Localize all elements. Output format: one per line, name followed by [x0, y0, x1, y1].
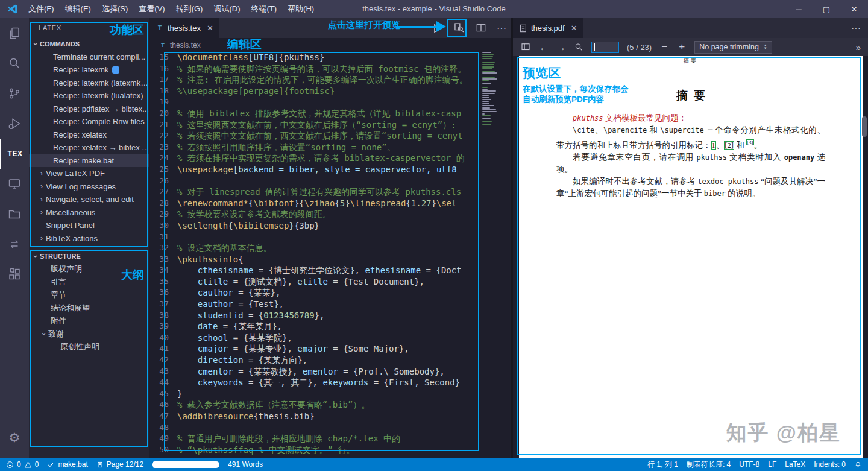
- code-line[interactable]: 39 date = {某年某月},: [149, 321, 480, 332]
- indents[interactable]: Indents: 0: [814, 460, 846, 469]
- sidebar-item[interactable]: 引言: [29, 276, 149, 289]
- encoding[interactable]: UTF-8: [739, 460, 760, 469]
- sidebar-item[interactable]: 版权声明: [29, 263, 149, 276]
- tab-close-icon[interactable]: ✕: [571, 24, 577, 33]
- code-editor[interactable]: 15\documentclass[UTF8]{pkuthss}16% 如果的确需…: [149, 52, 480, 458]
- code-line[interactable]: 20% 使用 biblatex 排版参考文献，并规定其格式（详见 biblate…: [149, 108, 480, 119]
- sidebar-item[interactable]: ›Miscellaneous: [29, 206, 149, 220]
- menu-item[interactable]: 帮助(H): [282, 0, 319, 18]
- remote-explorer-icon[interactable]: [0, 169, 29, 199]
- code-line[interactable]: 30\setlength{\bibitemsep}{3bp}: [149, 220, 480, 232]
- notifications-bell-icon[interactable]: [854, 461, 862, 469]
- menu-item[interactable]: 调试(D): [208, 0, 245, 18]
- sidebar-item[interactable]: Snippet Panel: [29, 219, 149, 232]
- code-line[interactable]: 29% 按学校要求设定参考文献表的段间距。: [149, 209, 480, 220]
- code-line[interactable]: 47\addbibresource{thesis.bib}: [149, 411, 480, 422]
- sidebar-item[interactable]: Recipe: latexmk: [29, 63, 149, 77]
- pdf-viewport[interactable]: 摘要 摘要 pkuthss 文档模板最常见问题：\cite、\parencite…: [513, 56, 868, 458]
- code-line[interactable]: 37 eauthor = {Test},: [149, 299, 480, 310]
- code-line[interactable]: 40 school = {某某学院},: [149, 332, 480, 344]
- latex-workshop-icon[interactable]: TEX: [0, 139, 29, 169]
- sidebar-item[interactable]: Recipe: make.bat: [29, 154, 149, 168]
- more-actions-icon[interactable]: ···: [497, 23, 506, 34]
- sync-arrows-icon[interactable]: [0, 229, 29, 259]
- page-indicator[interactable]: Page 12/12: [96, 460, 143, 469]
- code-line[interactable]: 41 cmajor = {某某专业}, emajor = {Some Major…: [149, 343, 480, 355]
- menu-item[interactable]: 转到(G): [171, 0, 209, 18]
- preview-scrollbar[interactable]: [862, 116, 867, 137]
- code-line[interactable]: 35 ctitle = {测试文档}, etitle = {Test Docum…: [149, 276, 480, 288]
- code-line[interactable]: 22% 若须按照中文文献在前，西文文献在后排序，请设置“sorting = ce…: [149, 130, 480, 142]
- section-commands[interactable]: ›COMMANDS: [29, 37, 149, 51]
- code-line[interactable]: 15\documentclass[UTF8]{pkuthss}: [149, 52, 480, 63]
- code-line[interactable]: 27% 对于 linespread 值的计算过程有兴趣的同学可以参考 pkuth…: [149, 186, 480, 198]
- breadcrumb[interactable]: T thesis.tex: [149, 38, 511, 52]
- sidebar-item[interactable]: Recipe: latexmk (latexmkrc): [29, 77, 149, 90]
- minimap[interactable]: [482, 52, 504, 453]
- menu-item[interactable]: 终端(T): [245, 0, 282, 18]
- sidebar-item[interactable]: ›View Log messages: [29, 180, 149, 194]
- code-line[interactable]: 25\usepackage[backend = biber, style = c…: [149, 164, 480, 175]
- sidebar-item[interactable]: Recipe: Compile Rnw files: [29, 115, 149, 128]
- problems-indicator[interactable]: 0 0: [6, 460, 39, 469]
- code-line[interactable]: 43 cmentor = {某某教授}, ementor = {Prof.\ S…: [149, 366, 480, 378]
- sidebar-item[interactable]: Terminate current compil...: [29, 51, 149, 64]
- tab-size[interactable]: 制表符长度: 4: [687, 460, 731, 470]
- maximize-button[interactable]: ▢: [813, 0, 840, 18]
- sidebar-item[interactable]: Recipe: latexmk (lualatex): [29, 89, 149, 103]
- code-line[interactable]: 23% 若须按照引用顺序排序，请设置“sorting = none”。: [149, 142, 480, 153]
- run-build-icon[interactable]: [431, 22, 443, 34]
- minimize-button[interactable]: ─: [785, 0, 813, 18]
- menu-item[interactable]: 选择(S): [96, 0, 133, 18]
- code-line[interactable]: 49% 普通用户可删除此段，并相应地删除 chap/*.tex 中的: [149, 433, 480, 444]
- run-and-debug-icon[interactable]: [0, 109, 29, 139]
- sidebar-item[interactable]: ›BibTeX actions: [29, 232, 149, 245]
- zoom-in-icon[interactable]: +: [677, 41, 687, 53]
- eol[interactable]: LF: [768, 460, 776, 469]
- forward-icon[interactable]: →: [556, 42, 566, 52]
- double-chevron-right-icon[interactable]: »: [856, 42, 861, 52]
- code-line[interactable]: 36 cauthor = {某某},: [149, 287, 480, 299]
- code-line[interactable]: 50% “\pkuthssffaq % 中文测试文字。” 行。: [149, 444, 480, 456]
- tab-close-icon[interactable]: ✕: [207, 24, 213, 33]
- code-line[interactable]: 42 direction = {某某方向},: [149, 355, 480, 366]
- extensions-icon[interactable]: [0, 259, 29, 289]
- split-editor-icon[interactable]: [475, 22, 487, 34]
- build-status[interactable]: make.bat: [47, 460, 87, 469]
- language-mode[interactable]: LaTeX: [785, 460, 805, 469]
- settings-gear-icon[interactable]: ⚙: [0, 423, 29, 453]
- code-line[interactable]: 26: [149, 175, 480, 187]
- word-count[interactable]: 491 Words: [228, 460, 263, 469]
- zoom-out-icon[interactable]: −: [659, 41, 669, 53]
- sidebar-item[interactable]: ›致谢: [29, 327, 149, 341]
- breadcrumb-item[interactable]: thesis.tex: [170, 41, 201, 49]
- code-line[interactable]: 18%\usepackage[perpage]{footmisc}: [149, 86, 480, 97]
- explorer-icon[interactable]: [0, 18, 29, 48]
- code-line[interactable]: 46% 载入参考文献数据库（注意不要省略“.bib”）。: [149, 399, 480, 411]
- code-line[interactable]: 45}: [149, 388, 480, 400]
- sidebar-item[interactable]: Recipe: pdflatex → bibtex...: [29, 103, 149, 116]
- page-trimming-select[interactable]: No page trimming ▲▼: [694, 41, 772, 54]
- open-preview-icon[interactable]: [453, 22, 465, 34]
- source-control-icon[interactable]: [0, 78, 29, 109]
- code-line[interactable]: 32% 设定文档的基本信息。: [149, 242, 480, 254]
- sidebar-item[interactable]: Recipe: xelatex → bibtex ...: [29, 141, 149, 154]
- code-line[interactable]: 38 studentid = {0123456789},: [149, 310, 480, 321]
- sidebar-item[interactable]: 附件: [29, 315, 149, 328]
- preview-more-actions-icon[interactable]: ···: [851, 18, 861, 38]
- close-button[interactable]: ✕: [840, 0, 868, 18]
- project-folder-icon[interactable]: [0, 199, 29, 229]
- menu-item[interactable]: 查看(V): [133, 0, 170, 18]
- code-line[interactable]: 31: [149, 232, 480, 243]
- code-line[interactable]: 17% 注意: 在启用此设定的情况下，可能要多编译一次以产生正确的脚注编号。: [149, 74, 480, 86]
- code-line[interactable]: 44 ckeywords = {其一, 其二}, ekeywords = {Fi…: [149, 377, 480, 388]
- code-line[interactable]: 28\renewcommand*{\bibfont}{\zihao{5}\lin…: [149, 198, 480, 209]
- code-line[interactable]: 24% 若须在排序中实现更复杂的需求，请参考 biblatex-casperve…: [149, 153, 480, 164]
- section-structure[interactable]: ›STRUCTURE: [29, 250, 149, 263]
- sidebar-item[interactable]: ›View LaTeX PDF: [29, 167, 149, 180]
- search-icon[interactable]: [0, 48, 29, 78]
- menu-item[interactable]: 编辑(E): [60, 0, 96, 18]
- cursor-position[interactable]: 行 1, 列 1: [647, 460, 678, 470]
- search-icon[interactable]: [574, 42, 583, 52]
- code-line[interactable]: 48: [149, 422, 480, 434]
